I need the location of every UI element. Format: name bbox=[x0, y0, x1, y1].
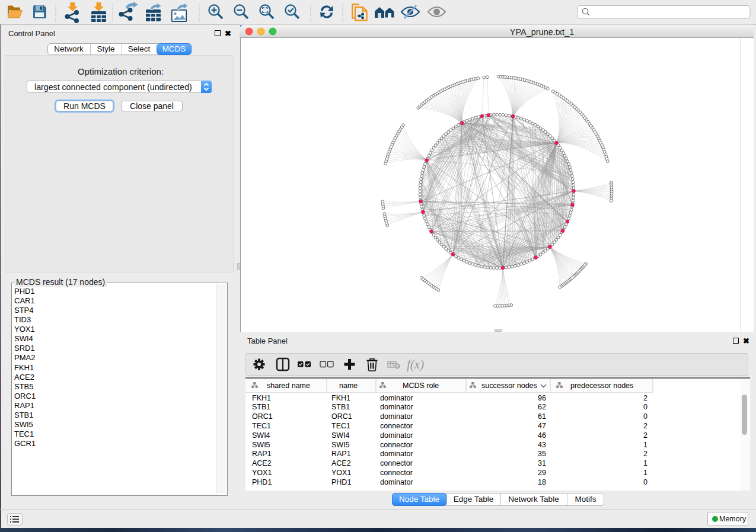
svg-text:successor nodes: successor nodes bbox=[481, 382, 537, 390]
svg-text:MCDS role: MCDS role bbox=[403, 382, 439, 390]
svg-text:name: name bbox=[339, 382, 358, 390]
svg-text:shared name: shared name bbox=[267, 382, 310, 390]
svg-text:f(x): f(x) bbox=[407, 357, 424, 371]
svg-text:predecessor nodes: predecessor nodes bbox=[570, 382, 633, 390]
